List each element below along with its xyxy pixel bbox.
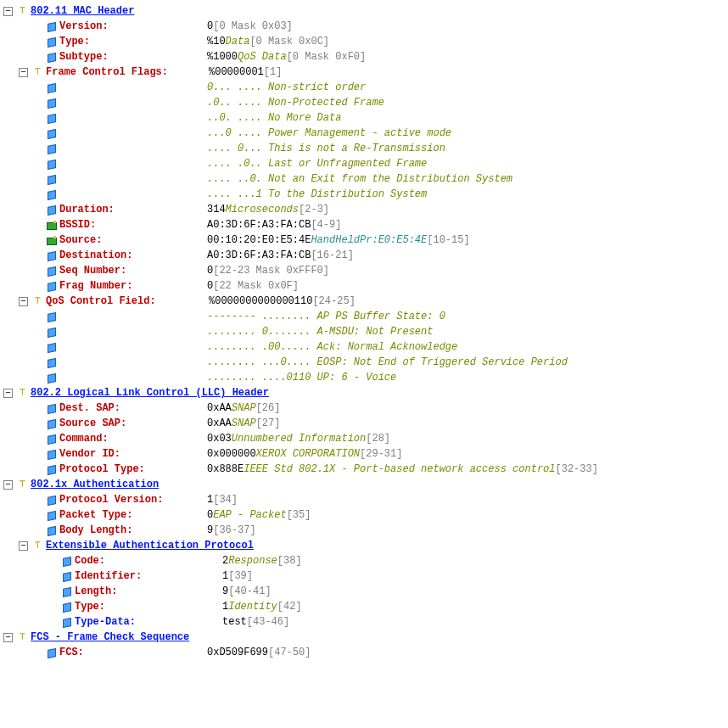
- field-offset: [29-31]: [360, 446, 402, 462]
- section-mac-label[interactable]: 802.11 MAC Header: [31, 5, 134, 17]
- cube-icon: [46, 524, 58, 536]
- tree-row: Protocol Type:0x888E IEEE Std 802.1X - P…: [3, 462, 725, 477]
- field-offset: [35]: [287, 507, 311, 523]
- bit-row: .... 0... This is not a Re-Transmission: [3, 141, 725, 156]
- field-offset: [16-21]: [311, 248, 353, 263]
- field-label: Source:: [59, 234, 102, 246]
- cube-icon: [46, 20, 58, 32]
- section-eap[interactable]: −⊤Extensible Authentication Protocol: [3, 538, 725, 553]
- field-offset: [39]: [228, 568, 253, 584]
- section-eap-label[interactable]: Extensible Authentication Protocol: [46, 540, 254, 552]
- section-fcs[interactable]: −⊤FCS - Frame Check Sequence: [3, 630, 725, 645]
- toggle-icon[interactable]: −: [19, 541, 28, 551]
- field-offset: [0 Mask 0xF0]: [287, 49, 367, 64]
- field-value: 0: [207, 278, 213, 294]
- tree-row: Version:0 [0 Mask 0x03]: [3, 19, 725, 34]
- section-mac[interactable]: −⊤802.11 MAC Header: [3, 3, 725, 19]
- field-label: Identifier:: [75, 570, 142, 582]
- field-label: Source SAP:: [59, 417, 126, 429]
- cube-icon: [46, 204, 58, 216]
- field-value: test: [222, 614, 247, 630]
- field-label: Vendor ID:: [59, 448, 120, 460]
- field-offset: [0 Mask 0x0C]: [249, 34, 329, 49]
- cube-icon: [61, 570, 73, 582]
- cube-icon: [46, 448, 58, 460]
- field-value: %10: [207, 34, 226, 49]
- section-llc[interactable]: −⊤802.2 Logical Link Control (LLC) Heade…: [3, 385, 725, 400]
- field-value: 0: [207, 263, 213, 278]
- bit-description: .0.. .... Non-Protected Frame: [207, 95, 384, 110]
- field-value: %0000000000000110: [209, 294, 312, 309]
- cube-icon: [46, 372, 58, 384]
- field-label: QoS Control Field:: [46, 295, 156, 307]
- bit-row: ........ ...0.... EOSP: Not End of Trigg…: [3, 355, 725, 370]
- tree-row: −⊤Frame Control Flags:%00000001 [1]: [3, 64, 725, 80]
- cube-icon: [46, 143, 58, 154]
- section-icon: ⊤: [31, 294, 44, 309]
- field-note: EAP - Packet: [213, 507, 286, 523]
- bit-description: ...0 .... Power Management - active mode: [207, 126, 451, 141]
- field-label: Duration:: [59, 204, 115, 216]
- toggle-icon[interactable]: −: [19, 68, 28, 77]
- field-offset: [22 Mask 0x0F]: [213, 278, 299, 294]
- field-note: SNAP: [232, 416, 256, 431]
- field-value: 0xAA: [207, 416, 232, 431]
- toggle-icon[interactable]: −: [3, 480, 13, 490]
- section-icon: ⊤: [15, 477, 29, 492]
- bit-row: ...0 .... Power Management - active mode: [3, 126, 725, 141]
- cube-icon: [46, 341, 58, 353]
- toggle-icon[interactable]: −: [3, 633, 13, 642]
- field-note: Response: [228, 553, 277, 568]
- field-value: 0: [207, 19, 213, 34]
- field-offset: [36-37]: [213, 523, 255, 538]
- bit-row: -------- ........ AP PS Buffer State: 0: [3, 309, 725, 324]
- field-label: Type:: [59, 36, 90, 48]
- field-value: 9: [222, 584, 228, 599]
- tree-row: Code:2 Response [38]: [3, 553, 725, 568]
- tree-row: Protocol Version:1 [34]: [3, 492, 725, 507]
- toggle-icon[interactable]: −: [19, 297, 28, 306]
- section-fcs-label[interactable]: FCS - Frame Check Sequence: [31, 631, 189, 643]
- section-dot1x-label[interactable]: 802.1x Authentication: [31, 479, 159, 490]
- section-icon: ⊤: [15, 385, 29, 400]
- field-value: 1: [222, 568, 228, 584]
- nic-icon: [46, 234, 58, 246]
- field-label: Packet Type:: [59, 509, 132, 521]
- cube-icon: [46, 356, 58, 368]
- cube-icon: [46, 494, 58, 506]
- field-offset: [42]: [277, 599, 302, 614]
- field-label: Version:: [59, 20, 109, 32]
- cube-icon: [46, 36, 58, 48]
- field-offset: [24-25]: [312, 294, 355, 309]
- bit-description: .... .0.. Last or Unfragmented Frame: [207, 156, 427, 171]
- field-label: Protocol Type:: [59, 463, 145, 475]
- field-value: A0:3D:6F:A3:FA:CB: [207, 248, 311, 263]
- cube-icon: [61, 585, 73, 597]
- bit-row: ..0. .... No More Data: [3, 110, 725, 126]
- field-offset: [1]: [264, 64, 283, 80]
- field-offset: [38]: [277, 553, 302, 568]
- cube-icon: [46, 112, 58, 124]
- cube-icon: [46, 127, 58, 139]
- section-llc-label[interactable]: 802.2 Logical Link Control (LLC) Header: [31, 387, 269, 399]
- tree-row: Body Length:9 [36-37]: [3, 523, 725, 538]
- field-value: 9: [207, 523, 213, 538]
- bit-row: .... ...1 To the Distribution System: [3, 187, 725, 202]
- bit-description: ........ 0....... A-MSDU: Not Present: [207, 324, 433, 339]
- field-value: 0x888E: [207, 462, 244, 477]
- field-offset: [40-41]: [228, 584, 271, 599]
- tree-row: Dest. SAP:0xAA SNAP [26]: [3, 400, 725, 416]
- field-note: Identity: [228, 599, 277, 614]
- tree-row: Type:%10 Data [0 Mask 0x0C]: [3, 34, 725, 49]
- section-dot1x[interactable]: −⊤802.1x Authentication: [3, 477, 725, 492]
- cube-icon: [46, 158, 58, 170]
- field-value: 0xD509F699: [207, 645, 268, 660]
- field-offset: [28]: [366, 431, 390, 446]
- field-label: Destination:: [59, 249, 132, 261]
- tree-row: Duration:314 Microseconds [2-3]: [3, 202, 725, 217]
- field-note: SNAP: [232, 400, 256, 416]
- field-offset: [32-33]: [555, 462, 597, 477]
- toggle-icon[interactable]: −: [3, 7, 13, 16]
- toggle-icon[interactable]: −: [3, 389, 13, 398]
- tree-row: Seq Number:0 [22-23 Mask 0xFFF0]: [3, 263, 725, 278]
